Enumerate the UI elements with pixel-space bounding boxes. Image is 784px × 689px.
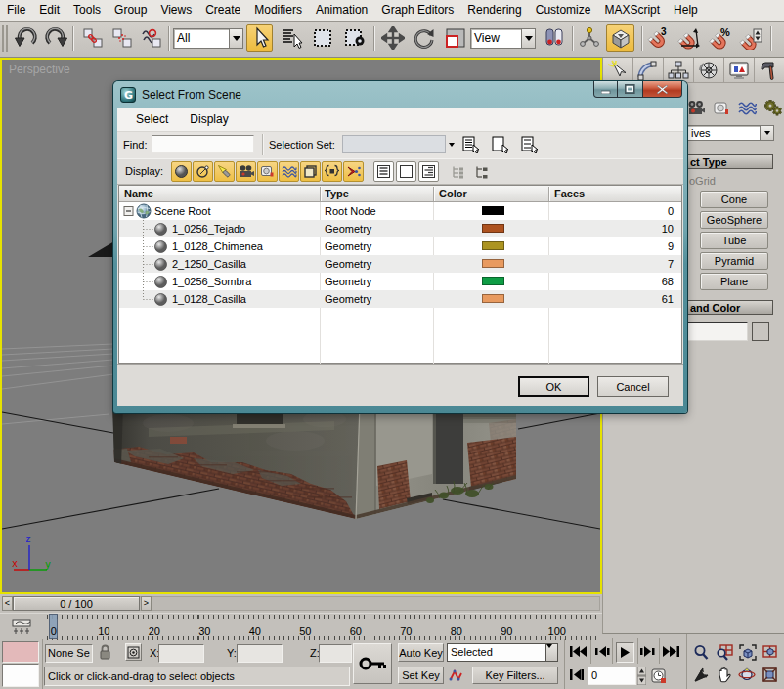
undo-icon[interactable] — [13, 24, 39, 52]
percent-snap-icon[interactable]: % — [707, 24, 733, 52]
table-row[interactable]: 2_1250_Casilla Geometry 7 — [119, 255, 681, 273]
category-systems-icon[interactable] — [760, 99, 784, 116]
display-influences-icon[interactable] — [418, 161, 439, 182]
close-button[interactable] — [642, 81, 682, 98]
row-name[interactable]: 1_0128_Chimenea — [172, 240, 263, 252]
select-by-name-icon[interactable] — [279, 24, 305, 52]
object-type-button[interactable]: Plane — [700, 273, 768, 290]
reference-coordsys-arrow[interactable] — [521, 28, 536, 49]
tab-hierarchy[interactable] — [664, 58, 694, 82]
cancel-button[interactable]: Cancel — [597, 376, 669, 397]
key-filters-button[interactable]: Key Filters... — [472, 667, 558, 684]
menu-item[interactable]: Edit — [32, 0, 66, 21]
category-space-warps-icon[interactable] — [734, 99, 760, 116]
current-frame-field[interactable]: 0 — [588, 667, 636, 685]
column-separator[interactable] — [433, 187, 434, 201]
time-slider-next-button[interactable]: > — [141, 596, 152, 611]
scene-table-header[interactable]: Name Type Color Faces — [119, 186, 681, 202]
autogrid-checkbox-label[interactable]: oGrid — [689, 175, 716, 187]
play-animation-button[interactable] — [616, 642, 634, 663]
table-row[interactable]: 1_0128_Casilla Geometry 61 — [119, 290, 681, 308]
y-field[interactable] — [237, 644, 283, 663]
zoom-extents-icon[interactable] — [739, 644, 757, 661]
maximize-viewport-icon[interactable] — [762, 667, 778, 683]
object-type-button[interactable]: Pyramid — [700, 252, 768, 270]
menu-item[interactable]: Tools — [66, 0, 108, 21]
column-separator[interactable] — [548, 187, 549, 201]
tab-modify[interactable] — [633, 58, 664, 82]
object-type-button[interactable]: GeoSphere — [700, 211, 768, 229]
table-row[interactable]: 1_0256_Tejado Geometry 10 — [119, 220, 681, 237]
z-field[interactable] — [319, 644, 352, 663]
zoom-extents-all-icon[interactable] — [762, 644, 779, 661]
reference-coordsys-dropdown[interactable]: View — [470, 28, 536, 49]
ok-button[interactable]: OK — [518, 376, 589, 397]
menu-item[interactable]: Views — [153, 0, 198, 21]
window-crossing-toggle-icon[interactable] — [341, 24, 368, 52]
select-and-move-icon[interactable] — [379, 24, 406, 52]
display-geometry-icon[interactable] — [171, 161, 192, 182]
column-separator[interactable] — [320, 187, 321, 201]
row-name[interactable]: 1_0256_Sombra — [172, 276, 251, 287]
auto-key-button[interactable]: Auto Key — [398, 643, 444, 662]
x-field[interactable] — [158, 644, 204, 663]
display-space-warps-icon[interactable] — [279, 161, 299, 182]
menu-item[interactable]: Customize — [529, 0, 598, 21]
display-bones-icon[interactable] — [343, 161, 364, 182]
field-of-view-icon[interactable] — [693, 667, 710, 683]
time-slider-handle[interactable]: 0 / 100 — [13, 596, 140, 611]
menu-item[interactable]: MAXScript — [597, 0, 667, 21]
row-color-swatch[interactable] — [482, 224, 504, 233]
redo-icon[interactable] — [42, 24, 68, 52]
set-key-mode-icon[interactable] — [449, 667, 463, 684]
select-and-rotate-icon[interactable] — [411, 24, 437, 52]
zoom-icon[interactable] — [693, 644, 709, 661]
maxscript-mini-listener-pink[interactable] — [2, 641, 39, 663]
zoom-all-icon[interactable] — [716, 644, 733, 661]
angle-snap-3-icon[interactable]: 3 — [645, 24, 672, 52]
set-key-button[interactable]: Set Key — [398, 667, 444, 684]
tab-motion[interactable] — [694, 58, 724, 82]
table-row[interactable]: 1_0256_Sombra Geometry 68 — [119, 273, 681, 290]
select-and-link-icon[interactable] — [79, 24, 106, 52]
time-configuration-icon[interactable] — [651, 667, 667, 684]
standard-primitives-arrow[interactable] — [760, 125, 774, 141]
time-slider-prev-button[interactable]: < — [2, 596, 13, 611]
pan-hand-icon[interactable] — [716, 667, 732, 683]
row-name[interactable]: 1_0128_Casilla — [172, 293, 246, 305]
selection-lock-icon[interactable] — [99, 644, 111, 661]
rectangular-selection-region-icon[interactable] — [309, 24, 335, 52]
select-and-manipulate-icon[interactable] — [576, 24, 602, 52]
previous-frame-button[interactable] — [595, 645, 610, 658]
display-helpers-icon[interactable] — [257, 161, 278, 182]
object-type-button[interactable]: Cone — [700, 191, 768, 208]
menu-item[interactable]: Modifiers — [247, 0, 309, 21]
object-type-button[interactable]: Tube — [700, 232, 768, 249]
orbit-icon[interactable] — [738, 667, 756, 683]
maxscript-mini-listener-white[interactable] — [2, 664, 39, 687]
display-lights-icon[interactable] — [214, 161, 235, 182]
object-color-swatch[interactable] — [752, 322, 769, 341]
minimize-button[interactable] — [593, 81, 618, 98]
selection-set-dropdown[interactable] — [342, 135, 446, 153]
select-invert-icon[interactable] — [520, 136, 540, 153]
tab-display[interactable] — [724, 58, 755, 82]
dialog-menu-item[interactable]: Display — [179, 112, 239, 126]
menu-item[interactable]: Help — [667, 0, 705, 21]
row-color-swatch[interactable] — [482, 259, 504, 268]
bind-to-space-warp-icon[interactable] — [138, 24, 164, 52]
selection-set-arrow[interactable] — [449, 143, 455, 147]
frame-spinner[interactable] — [637, 667, 646, 685]
column-name[interactable]: Name — [124, 188, 153, 199]
column-faces[interactable]: Faces — [554, 188, 585, 199]
menu-item[interactable]: Create — [198, 0, 247, 21]
sync-selection-icon[interactable] — [471, 161, 492, 182]
select-all-icon[interactable] — [461, 136, 481, 153]
key-mode-toggle-button[interactable] — [570, 668, 586, 681]
tab-utilities[interactable] — [755, 58, 784, 82]
row-name[interactable]: Scene Root — [154, 205, 210, 217]
display-cameras-icon[interactable] — [236, 161, 256, 182]
go-to-start-button[interactable] — [570, 645, 587, 658]
selection-filter-dropdown[interactable]: All — [173, 28, 243, 49]
unlink-selection-icon[interactable] — [109, 24, 135, 52]
